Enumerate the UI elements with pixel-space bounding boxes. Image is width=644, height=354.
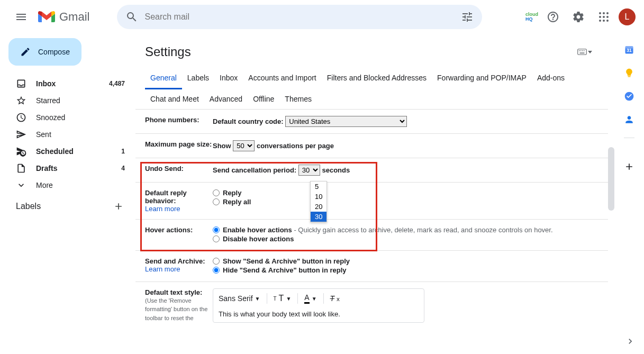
sidebar-item-scheduled[interactable]: Scheduled 1	[4, 143, 131, 160]
svg-point-7	[603, 20, 605, 22]
calendar-icon[interactable]: 31	[624, 44, 634, 55]
svg-rect-12	[582, 50, 583, 51]
hide-archive-radio[interactable]	[213, 267, 220, 274]
svg-text:31: 31	[627, 48, 632, 53]
page-size-section: Maximum page size: Show 50 conversations…	[135, 134, 608, 158]
clock-icon	[16, 112, 26, 123]
app-header: Gmail cloud HQ L	[0, 0, 644, 34]
font-family-dropdown[interactable]: Sans Serif ▼	[219, 294, 260, 303]
tab-labels[interactable]: Labels	[182, 68, 214, 89]
contacts-icon[interactable]	[624, 114, 634, 125]
sidebar-item-inbox[interactable]: Inbox 4,487	[4, 75, 131, 92]
gmail-logo[interactable]: Gmail	[38, 10, 89, 24]
sidebar-item-drafts[interactable]: Drafts 4	[4, 160, 131, 177]
dropdown-option-5[interactable]: 5	[311, 181, 326, 192]
compose-label: Compose	[38, 48, 70, 56]
dropdown-option-30[interactable]: 30	[311, 212, 326, 222]
tab-general[interactable]: General	[145, 68, 182, 89]
remove-formatting-button[interactable]: Tx	[330, 294, 340, 303]
gmail-text: Gmail	[59, 10, 89, 24]
search-icon[interactable]	[125, 11, 138, 23]
phone-numbers-section: Phone numbers: Default country code: Uni…	[135, 110, 608, 134]
tab-accounts[interactable]: Accounts and Import	[243, 68, 321, 89]
sidebar-item-snoozed[interactable]: Snoozed	[4, 109, 131, 126]
send-icon	[16, 129, 26, 140]
svg-point-6	[599, 20, 601, 22]
drafts-icon	[16, 163, 26, 174]
settings-gear-icon[interactable]	[568, 6, 589, 28]
star-icon	[16, 95, 26, 106]
scrollbar-thumb[interactable]	[608, 147, 614, 211]
add-label-icon[interactable]	[113, 201, 124, 212]
add-panel-icon[interactable]	[624, 161, 634, 172]
gmail-icon	[38, 11, 55, 23]
hover-actions-section: Hover actions: Enable hover actions - Qu…	[135, 220, 608, 251]
disable-hover-radio[interactable]	[213, 235, 220, 242]
dropdown-option-20[interactable]: 20	[311, 202, 326, 212]
schedule-icon	[16, 146, 26, 157]
undo-send-dropdown: 5 10 20 30	[310, 181, 327, 222]
text-style-preview: This is what your body text will look li…	[219, 310, 419, 318]
pencil-icon	[20, 47, 31, 57]
apps-grid-icon[interactable]	[593, 6, 614, 28]
tab-inbox[interactable]: Inbox	[214, 68, 243, 89]
tab-advanced[interactable]: Advanced	[204, 89, 248, 109]
text-color-dropdown[interactable]: A ▼	[304, 293, 316, 304]
hamburger-menu-icon[interactable]	[8, 4, 34, 30]
help-icon[interactable]	[542, 6, 564, 28]
send-archive-section: Send and Archive: Learn more Show "Send …	[135, 251, 608, 282]
font-size-dropdown[interactable]: TT ▼	[274, 294, 292, 303]
settings-content: Settings General Labels Inbox Accounts a…	[135, 34, 614, 354]
inbox-icon	[16, 78, 26, 89]
sidebar-item-starred[interactable]: Starred	[4, 92, 131, 109]
svg-rect-9	[578, 49, 587, 55]
svg-rect-10	[579, 50, 580, 51]
text-style-section: Default text style: (Use the 'Remove for…	[135, 282, 608, 329]
sidebar-item-more[interactable]: More	[4, 177, 131, 194]
account-avatar[interactable]: L	[619, 8, 636, 25]
svg-point-3	[599, 16, 601, 18]
keep-icon[interactable]	[624, 68, 634, 78]
undo-send-section: Undo Send: Send cancellation period: 30 …	[135, 158, 608, 183]
tab-addons[interactable]: Add-ons	[532, 68, 570, 89]
tab-themes[interactable]: Themes	[279, 89, 317, 109]
settings-tabs: General Labels Inbox Accounts and Import…	[135, 68, 608, 110]
sidebar: Compose Inbox 4,487 Starred Snoozed Sent…	[0, 34, 135, 354]
svg-point-2	[606, 12, 609, 14]
tab-offline[interactable]: Offline	[248, 89, 279, 109]
tab-filters[interactable]: Filters and Blocked Addresses	[322, 68, 432, 89]
svg-point-5	[606, 16, 609, 18]
chevron-down-icon	[16, 180, 26, 190]
input-tools-icon[interactable]	[577, 48, 592, 56]
cloudhq-icon[interactable]: cloud HQ	[525, 11, 538, 23]
svg-rect-11	[580, 50, 582, 51]
reply-all-radio[interactable]	[213, 198, 220, 205]
page-size-select[interactable]: 50	[233, 140, 255, 151]
enable-hover-radio[interactable]	[213, 226, 220, 233]
labels-section-header: Labels	[4, 194, 131, 219]
tab-forwarding[interactable]: Forwarding and POP/IMAP	[432, 68, 532, 89]
svg-point-0	[599, 12, 601, 14]
tune-icon[interactable]	[461, 11, 474, 23]
archive-learn-more-link[interactable]: Learn more	[145, 265, 180, 273]
svg-rect-14	[580, 53, 585, 54]
tab-chat[interactable]: Chat and Meet	[145, 89, 204, 109]
tasks-icon[interactable]	[624, 91, 634, 102]
show-archive-radio[interactable]	[213, 258, 220, 265]
svg-point-1	[603, 12, 605, 14]
compose-button[interactable]: Compose	[8, 38, 81, 66]
sidebar-item-sent[interactable]: Sent	[4, 126, 131, 143]
search-bar[interactable]	[117, 5, 482, 29]
svg-point-8	[606, 20, 609, 22]
dropdown-option-10[interactable]: 10	[311, 192, 326, 202]
svg-rect-13	[584, 50, 585, 51]
header-right: cloud HQ L	[525, 6, 636, 28]
search-input[interactable]	[144, 12, 461, 22]
reply-radio[interactable]	[213, 189, 220, 196]
reply-learn-more-link[interactable]: Learn more	[145, 205, 180, 213]
text-style-toolbar: Sans Serif ▼ TT ▼ A ▼	[213, 288, 424, 323]
country-code-select[interactable]: United States	[285, 116, 407, 127]
undo-send-select[interactable]: 30	[298, 165, 320, 176]
collapse-panel-icon[interactable]	[625, 336, 636, 349]
side-panel: 31	[614, 34, 644, 354]
